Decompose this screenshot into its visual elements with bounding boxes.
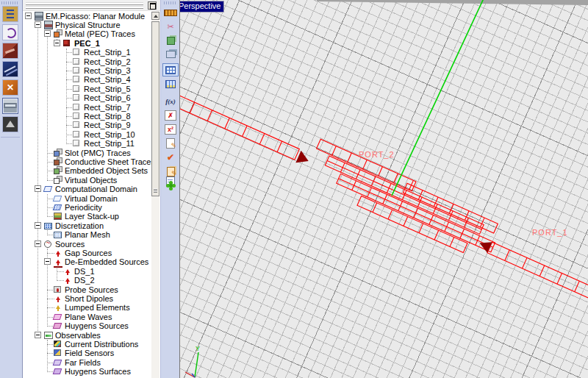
viewport-title[interactable]: Perspective: [179, 1, 224, 13]
mesh-settings-icon[interactable]: [162, 77, 179, 90]
tree-item-rect-strip-9[interactable]: Rect_Strip_9: [23, 121, 151, 130]
run-simulation-icon[interactable]: [162, 179, 179, 192]
tree-item-layer-stack-up[interactable]: Layer Stack-up: [23, 212, 151, 221]
expand-minus-box[interactable]: [35, 332, 41, 338]
tree-item-em-picasso-planar-module[interactable]: EM.Picasso: Planar Module: [23, 12, 151, 21]
module-icon-cad[interactable]: [2, 116, 18, 132]
tree-item-embedded-object-sets[interactable]: Embedded Object Sets: [23, 166, 151, 176]
expand-minus-box[interactable]: [35, 240, 41, 247]
tree-item-lumped-elements[interactable]: Lumped Elements: [23, 303, 151, 313]
tree-item-virtual-domain[interactable]: Virtual Domain: [23, 194, 151, 204]
module-icon-ferma[interactable]: [2, 43, 18, 59]
expand-minus-box[interactable]: [54, 40, 60, 46]
expand-minus-box[interactable]: [35, 185, 41, 192]
scrollbar-up-arrow[interactable]: [151, 12, 159, 20]
panel-grip[interactable]: [26, 6, 143, 9]
expand-minus-box[interactable]: [35, 222, 41, 229]
scrollbar-thumb[interactable]: [151, 21, 159, 196]
tree-item-metal-pec-traces[interactable]: Metal (PEC) Traces: [23, 29, 151, 39]
module-icon-cube[interactable]: [2, 24, 18, 40]
panel-restore-button[interactable]: [148, 1, 157, 10]
tree-item-icon: [54, 213, 62, 220]
tree-item-label: Rect_Strip_11: [84, 139, 135, 149]
domain-box-icon[interactable]: [162, 48, 179, 61]
tree-item-physical-structure[interactable]: Physical Structure: [23, 21, 151, 30]
tree-item-label: Virtual Objects: [65, 176, 117, 185]
tree-item-rect-strip-6[interactable]: Rect_Strip_6: [23, 93, 151, 103]
tree-item-far-fields[interactable]: Far Fields: [23, 358, 151, 368]
tree-item-ds-1[interactable]: DS_1: [23, 267, 151, 277]
tree-item-field-sensors[interactable]: Field Sensors: [23, 349, 151, 358]
tree-item-rect-strip-1[interactable]: Rect_Strip_1: [23, 48, 151, 57]
tree-scrollbar[interactable]: [151, 11, 159, 378]
superscript-cell-icon[interactable]: x²: [162, 123, 179, 136]
validate-check-icon: ✔: [167, 152, 174, 163]
delete-cell-icon[interactable]: ✗: [162, 109, 179, 122]
tree-item-discretization[interactable]: Discretization: [23, 221, 151, 231]
tree-item-icon: [54, 286, 61, 293]
tree-item-icon: [63, 267, 72, 276]
tree-item-slot-pmc-traces[interactable]: Slot (PMC) Traces: [23, 149, 151, 158]
tree-item-rect-strip-11[interactable]: Rect_Strip_11: [23, 139, 151, 149]
tree-item-icon: [54, 149, 62, 157]
edit-page-icon[interactable]: [162, 137, 179, 150]
variables-fx-icon[interactable]: f(x): [162, 95, 179, 108]
tree-item-rect-strip-8[interactable]: Rect_Strip_8: [23, 112, 151, 121]
tree-item-rect-strip-5[interactable]: Rect_Strip_5: [23, 85, 151, 94]
tree-item-conductive-sheet-traces[interactable]: Conductive Sheet Traces: [23, 157, 151, 167]
tree-item-label: Plane Waves: [65, 313, 112, 322]
module-icon-picasso[interactable]: [2, 98, 18, 114]
tree-item-icon: [44, 223, 52, 229]
tree-item-rect-strip-4[interactable]: Rect_Strip_4: [23, 75, 151, 85]
tree-item-periodicity[interactable]: Periodicity: [23, 203, 151, 213]
tree-item-icon: [44, 240, 51, 248]
tree-item-huygens-sources[interactable]: Huygens Sources: [23, 321, 151, 331]
tree-item-short-dipoles[interactable]: Short Dipoles: [23, 294, 151, 304]
tree-item-observables[interactable]: Observables: [23, 331, 151, 340]
tree-item-huygens-surfaces[interactable]: Huygens Surfaces: [23, 367, 151, 377]
tree-item-rect-strip-2[interactable]: Rect_Strip_2: [23, 57, 151, 67]
tree-item-pec-1[interactable]: PEC_1: [23, 39, 151, 49]
expand-minus-box[interactable]: [35, 21, 41, 28]
toolbar-grip[interactable]: [164, 1, 177, 4]
tree-item-sources[interactable]: Sources: [23, 240, 151, 249]
tree-item-label: Physical Structure: [55, 21, 121, 30]
tree-item-plane-waves[interactable]: Plane Waves: [23, 313, 151, 322]
module-icon-tempo[interactable]: [2, 6, 18, 22]
tree-item-gap-sources[interactable]: Gap Sources: [23, 249, 151, 258]
project-tree-panel: EM.Picasso: Planar ModulePhysical Struct…: [22, 0, 160, 378]
tree-item-current-distributions[interactable]: Current Distributions: [23, 340, 151, 349]
tree-item-icon: [54, 29, 62, 38]
expand-minus-box[interactable]: [25, 13, 32, 19]
z-axis-line: [392, 0, 484, 196]
tree-item-label: EM.Picasso: Planar Module: [46, 12, 145, 21]
polygon-cut-icon[interactable]: ✂: [162, 20, 179, 33]
panel-grip[interactable]: [26, 2, 143, 5]
tree-item-virtual-objects[interactable]: Virtual Objects: [23, 176, 151, 185]
units-ruler-icon[interactable]: [162, 6, 179, 19]
module-icon-libera[interactable]: [2, 79, 18, 96]
expand-minus-box[interactable]: [44, 258, 51, 265]
tree-item-computational-domain[interactable]: Computational Domain: [23, 185, 151, 194]
tree-item-rect-strip-3[interactable]: Rect_Strip_3: [23, 66, 151, 76]
module-icon-terrano[interactable]: [2, 61, 18, 77]
object-copy-icon[interactable]: [162, 34, 179, 47]
tree-item-rect-strip-7[interactable]: Rect_Strip_7: [23, 103, 151, 113]
tree-item-icon: [73, 76, 79, 82]
tree-item-planar-mesh[interactable]: Planar Mesh: [23, 230, 151, 240]
toolbar-grip[interactable]: [1, 1, 18, 4]
tree-item-probe-sources[interactable]: Probe Sources: [23, 285, 151, 295]
toolbar-divider: [1, 137, 20, 138]
expand-minus-box[interactable]: [44, 30, 51, 37]
tree-item-ds-2[interactable]: DS_2: [23, 276, 151, 285]
tree-item-label: Lumped Elements: [65, 303, 130, 313]
tree-item-label: Sources: [55, 240, 85, 249]
viewport-3d[interactable]: Y Perspective PORT_2 PORT_1: [179, 0, 588, 378]
tree-item-icon: [53, 196, 62, 202]
tree-item-de-embedded-sources[interactable]: De-Embedded Sources: [23, 257, 151, 267]
tree-item-label: Rect_Strip_6: [84, 93, 131, 103]
tree-item-rect-strip-10[interactable]: Rect_Strip_10: [23, 130, 151, 140]
tree-item-label: Computational Domain: [55, 185, 137, 194]
show-mesh-icon[interactable]: [162, 63, 179, 76]
validate-check-icon[interactable]: ✔: [162, 151, 179, 164]
